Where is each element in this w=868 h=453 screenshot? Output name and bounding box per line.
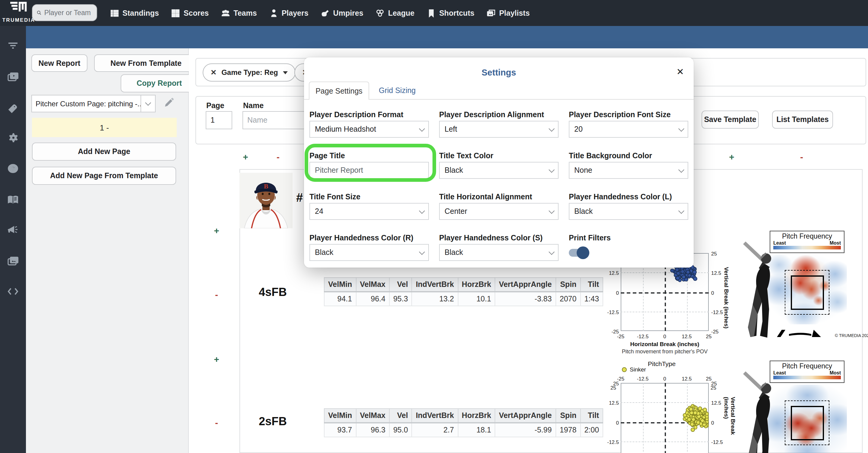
col-header: Vel	[390, 278, 412, 292]
sidebar-code-icon[interactable]	[0, 281, 26, 302]
new-from-template-button[interactable]: New From Template	[94, 54, 198, 72]
modal-field-player-description-alignment: Player Description AlignmentLeft	[439, 111, 559, 138]
stat-cell: 1978	[556, 423, 580, 437]
page-list-item-1[interactable]: 1 -	[32, 118, 177, 137]
sidebar-filter-icon[interactable]	[0, 34, 26, 55]
field-select[interactable]: Medium Headshot	[309, 121, 429, 138]
nav-item-scores[interactable]: Scores	[172, 9, 209, 17]
nav-item-playlists[interactable]: Playlists	[487, 9, 530, 17]
sidebar-help-icon[interactable]: ?	[0, 158, 26, 179]
league-icon	[376, 9, 384, 17]
grid-remove-button[interactable]: -	[212, 289, 221, 300]
field-label: Title Text Color	[439, 151, 559, 162]
remove-filter-icon[interactable]: ✕	[211, 68, 217, 77]
field-select[interactable]: Black	[309, 244, 429, 261]
tab-grid-sizing[interactable]: Grid Sizing	[379, 82, 415, 100]
field-select[interactable]: Black	[569, 203, 688, 220]
add-new-page-from-template-button[interactable]: Add New Page From Template	[32, 167, 176, 185]
svg-text:B: B	[264, 182, 269, 190]
help-icon: ?	[7, 163, 19, 174]
sidebar-megaphone-icon[interactable]	[0, 220, 26, 240]
chevron-down-icon	[141, 95, 155, 112]
standings-icon	[111, 9, 119, 17]
home-plate	[774, 329, 822, 338]
scatter-point	[693, 277, 697, 281]
field-label: Player Handedness Color (R)	[309, 234, 429, 244]
page-name-input[interactable]	[243, 111, 311, 129]
report-select[interactable]: Pitcher Custom Page: pitching -...	[31, 95, 156, 112]
field-select[interactable]: None	[569, 162, 688, 179]
sidebar-gear-icon[interactable]	[0, 128, 26, 148]
modal-fields: Player Description FormatMedium Headshot…	[309, 111, 688, 275]
sidebar-images-icon[interactable]	[0, 250, 26, 271]
grid-add-button[interactable]: +	[212, 354, 221, 364]
print-filters-toggle[interactable]	[569, 249, 587, 257]
save-template-button[interactable]: Save Template	[702, 111, 759, 129]
global-search-input[interactable]: Player or Team or Umpire	[32, 4, 97, 21]
field-select[interactable]: 24	[309, 203, 429, 220]
field-label: Player Description Font Size	[569, 111, 688, 121]
field-select[interactable]: Center	[439, 203, 559, 220]
nav-item-shortcuts[interactable]: Shortcuts	[427, 9, 474, 17]
icon-sidebar: ?	[0, 26, 26, 453]
field-select[interactable]: Black	[439, 162, 559, 179]
pitch-frequency-title: Pitch Frequency	[770, 232, 844, 240]
modal-field-print-filters: Print Filters	[569, 234, 688, 261]
new-report-button[interactable]: New Report	[31, 54, 88, 72]
nav-item-players[interactable]: Players	[270, 9, 309, 17]
nav-item-label: Scores	[184, 9, 209, 17]
nav-item-teams[interactable]: Teams	[221, 9, 257, 17]
nav-item-label: Teams	[234, 9, 257, 17]
axis-tick-label: -12.5	[604, 309, 619, 315]
add-new-page-button[interactable]: Add New Page	[32, 143, 176, 161]
grid-add-button[interactable]: +	[241, 151, 250, 162]
chevron-down-icon	[415, 203, 428, 219]
field-select[interactable]: 20	[569, 121, 688, 138]
modal-field-player-handedness-color-s-: Player Handedness Color (S)Black	[439, 234, 559, 261]
nav-item-umpires[interactable]: Umpires	[321, 9, 364, 17]
copy-report-button[interactable]: Copy Report	[121, 74, 198, 92]
filter-pill-game-type[interactable]: ✕ Game Type: Reg	[203, 63, 296, 82]
field-select[interactable]: Left	[439, 121, 559, 138]
page-number-input[interactable]	[206, 111, 232, 129]
caret-down-icon	[283, 71, 288, 74]
most-label: Most	[830, 370, 841, 376]
grid-add-button[interactable]: +	[727, 151, 737, 162]
grid-remove-button[interactable]: -	[797, 151, 806, 162]
page-title-input[interactable]: Pitcher Report	[309, 162, 429, 179]
edit-pencil-icon[interactable]	[163, 97, 174, 108]
field-select[interactable]: Black	[439, 244, 559, 261]
grid-remove-button[interactable]: -	[273, 151, 283, 162]
playlists-icon	[487, 9, 496, 17]
grid-remove-button[interactable]: -	[212, 417, 221, 428]
pitch-frequency-title: Pitch Frequency	[770, 362, 844, 370]
col-header: VelMin	[324, 278, 356, 292]
axis-tick-label: 25	[711, 251, 717, 257]
strike-zone-box	[791, 406, 824, 440]
col-header: HorzBrk	[458, 278, 495, 292]
grid-add-button[interactable]: +	[212, 225, 221, 235]
list-templates-button[interactable]: List Templates	[772, 111, 833, 129]
freq-scale-labels: LeastMost	[773, 370, 841, 376]
svg-text:?: ?	[11, 165, 15, 172]
nav-item-standings[interactable]: Standings	[111, 9, 159, 17]
axis-tick-label: -12.5	[637, 376, 649, 382]
sidebar-book-icon[interactable]	[0, 189, 26, 209]
modal-field-title-background-color: Title Background ColorNone	[569, 151, 688, 179]
sidebar-video-playlist-icon[interactable]	[0, 66, 26, 86]
nav-item-league[interactable]: League	[376, 9, 415, 17]
nav-item-label: League	[388, 9, 415, 17]
sidebar-whistle-icon[interactable]	[0, 97, 26, 118]
legend-label: Sinker	[630, 366, 646, 373]
axis-tick-label: -12.5	[711, 439, 723, 445]
stat-cell: 2:00	[580, 423, 603, 437]
report-left-panel: New Report New From Template Copy Report…	[26, 48, 189, 453]
zero-crosshair	[665, 383, 666, 453]
tab-page-settings[interactable]: Page Settings	[309, 82, 369, 100]
trumedia-logo[interactable]: TRUMEDIA	[1, 1, 36, 23]
scatter-point	[687, 417, 691, 422]
freq-gradient-bar	[773, 376, 841, 379]
modal-field-player-handedness-color-r-: Player Handedness Color (R)Black	[309, 234, 429, 261]
close-icon[interactable]: ✕	[677, 66, 684, 77]
megaphone-icon	[7, 224, 19, 236]
